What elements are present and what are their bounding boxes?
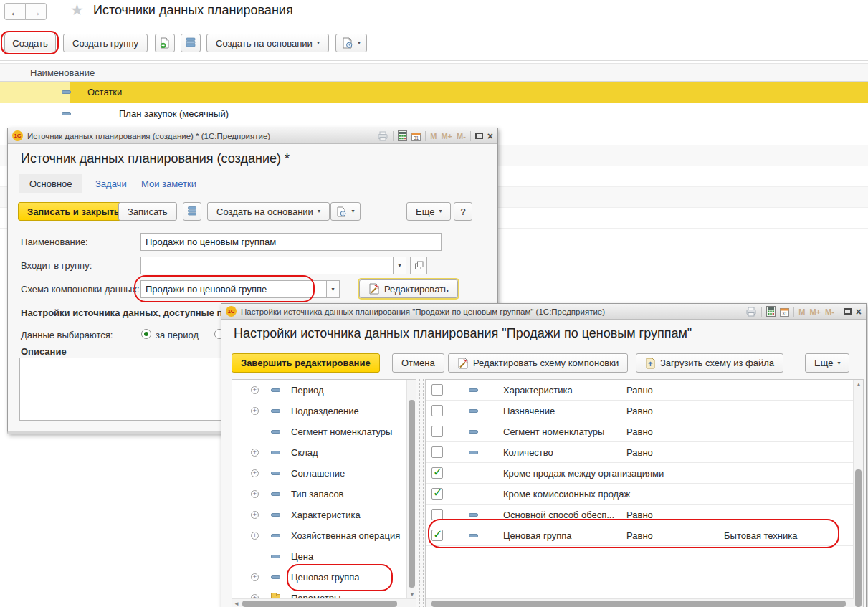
memory-button[interactable]: M [430, 132, 437, 140]
tree-item[interactable]: Соглашение [232, 463, 416, 484]
expand-icon[interactable] [251, 469, 259, 477]
1c-logo-icon: 1С [226, 306, 237, 317]
memory-plus-button[interactable]: M+ [441, 132, 452, 140]
tree-item[interactable]: Период [232, 380, 416, 401]
more-button[interactable]: Еще ▾ [406, 202, 451, 221]
panel-splitter[interactable] [419, 379, 424, 607]
condition-checkbox[interactable] [431, 405, 443, 416]
table-row[interactable]: План закупок (месячный) [0, 103, 868, 125]
scroll-up-icon[interactable]: ▲ [856, 382, 862, 388]
conditions-vertical-scrollbar[interactable]: ▲ [853, 380, 863, 607]
create-button[interactable]: Создать [4, 34, 56, 52]
load-schema-button[interactable]: Загрузить схему из файла [636, 353, 783, 373]
calendar-icon[interactable]: 31 [780, 307, 789, 317]
condition-row[interactable]: Количество Равно [426, 442, 863, 463]
condition-row[interactable]: Характеристика Равно [426, 380, 863, 401]
save-close-button[interactable]: Записать и закрыть [18, 202, 129, 221]
edit-button[interactable]: Редактировать [359, 279, 458, 298]
group-dropdown-button[interactable]: ▾ [393, 257, 406, 274]
memory-plus-button[interactable]: M+ [809, 307, 821, 316]
condition-checkbox[interactable] [431, 467, 443, 479]
condition-checkbox[interactable] [431, 426, 443, 437]
tree-item[interactable]: Характеристика [232, 505, 416, 525]
print-icon[interactable] [745, 307, 757, 317]
back-button[interactable]: ← [4, 3, 26, 20]
tree-item[interactable]: Сегмент номенклатуры [232, 421, 416, 442]
list-view-button[interactable] [181, 34, 201, 52]
tab-main[interactable]: Основное [19, 174, 82, 193]
calendar-icon[interactable]: 31 [411, 131, 421, 141]
condition-checkbox[interactable] [431, 384, 443, 396]
source-window-titlebar[interactable]: 1С Источник данных планирования (создани… [8, 128, 497, 144]
report-settings-dropdown[interactable]: ▾ [330, 202, 361, 221]
print-icon[interactable] [377, 131, 388, 141]
expand-icon[interactable] [251, 511, 259, 519]
tree-vscroll-thumb[interactable] [409, 400, 415, 588]
chevron-down-icon: ▾ [837, 360, 840, 366]
tab-tasks[interactable]: Задачи [95, 178, 127, 189]
create-group-button[interactable]: Создать группу [63, 34, 148, 52]
table-row[interactable]: Остатки [0, 82, 868, 103]
group-field[interactable] [140, 257, 394, 274]
table-header-row[interactable]: Наименование [0, 63, 868, 82]
tree-item[interactable]: Тип запасов [232, 484, 416, 505]
memory-minus-button[interactable]: M- [457, 132, 466, 140]
condition-row[interactable]: Назначение Равно [426, 401, 863, 421]
list-view-button[interactable] [183, 202, 201, 221]
create-based-on-button[interactable]: Создать на основании ▾ [207, 202, 330, 221]
group-open-button[interactable] [410, 257, 427, 274]
tree-item[interactable]: Ценовая группа [232, 567, 416, 588]
settings-window-titlebar[interactable]: 1С Настройки источника данных планирован… [221, 304, 866, 320]
period-radio[interactable] [141, 329, 151, 339]
expand-icon[interactable] [251, 573, 259, 581]
expand-icon[interactable] [251, 407, 259, 415]
expand-icon[interactable] [251, 490, 259, 498]
condition-row[interactable]: Кроме комиссионных продаж [426, 484, 863, 505]
open-form-icon [414, 261, 424, 270]
calculator-icon[interactable] [766, 306, 776, 317]
tree-item[interactable]: Склад [232, 442, 416, 463]
help-button[interactable]: ? [454, 202, 472, 221]
close-icon[interactable]: × [856, 307, 862, 317]
name-field[interactable] [140, 233, 442, 251]
tree-vertical-scrollbar[interactable]: ▼ [406, 380, 416, 599]
close-icon[interactable]: × [487, 131, 493, 141]
cancel-button[interactable]: Отмена [392, 353, 444, 373]
tree-item[interactable]: Подразделение [232, 401, 416, 421]
expand-icon[interactable] [251, 449, 259, 457]
condition-row[interactable]: Ценовая группа Равно Бытовая техника [426, 525, 863, 546]
save-button[interactable]: Записать [118, 202, 177, 221]
new-document-button[interactable] [155, 34, 175, 52]
conditions-vscroll-thumb[interactable] [855, 469, 862, 607]
maximize-icon[interactable] [475, 133, 483, 139]
maximize-icon[interactable] [844, 308, 852, 315]
favorite-star-icon[interactable]: ★ [70, 1, 84, 19]
expand-icon[interactable] [251, 532, 259, 540]
condition-checkbox[interactable] [431, 530, 443, 541]
conditions-hscroll-thumb[interactable] [431, 601, 846, 607]
report-settings-dropdown[interactable]: ▾ [335, 34, 367, 52]
memory-minus-button[interactable]: M- [825, 307, 834, 316]
tree-hscroll-thumb[interactable] [242, 601, 397, 607]
condition-checkbox[interactable] [431, 446, 443, 458]
schema-field[interactable] [140, 280, 327, 298]
tree-horizontal-scrollbar[interactable]: ◄ [232, 598, 416, 607]
more-button[interactable]: Еще ▾ [805, 353, 849, 373]
calculator-icon[interactable] [398, 130, 407, 141]
tab-notes[interactable]: Мои заметки [141, 178, 196, 189]
create-based-on-button[interactable]: Создать на основании ▾ [206, 34, 329, 52]
conditions-horizontal-scrollbar[interactable] [426, 598, 854, 607]
forward-button[interactable]: → [25, 3, 47, 20]
schema-dropdown-button[interactable]: ▾ [326, 280, 340, 298]
condition-checkbox[interactable] [431, 488, 443, 500]
scroll-down-icon[interactable]: ▼ [409, 592, 415, 598]
expand-icon[interactable] [251, 386, 259, 394]
finish-editing-button[interactable]: Завершить редактирование [232, 353, 380, 373]
edit-schema-button[interactable]: Редактировать схему компоновки [448, 353, 628, 373]
condition-row[interactable]: Сегмент номенклатуры Равно [426, 421, 863, 442]
memory-button[interactable]: M [798, 307, 805, 316]
condition-row[interactable]: Кроме продаж между организациями [426, 463, 863, 484]
scroll-left-icon[interactable]: ◄ [234, 601, 239, 607]
forward-arrow-icon: → [31, 6, 42, 18]
tree-item[interactable]: Хозяйственная операция [232, 525, 416, 546]
